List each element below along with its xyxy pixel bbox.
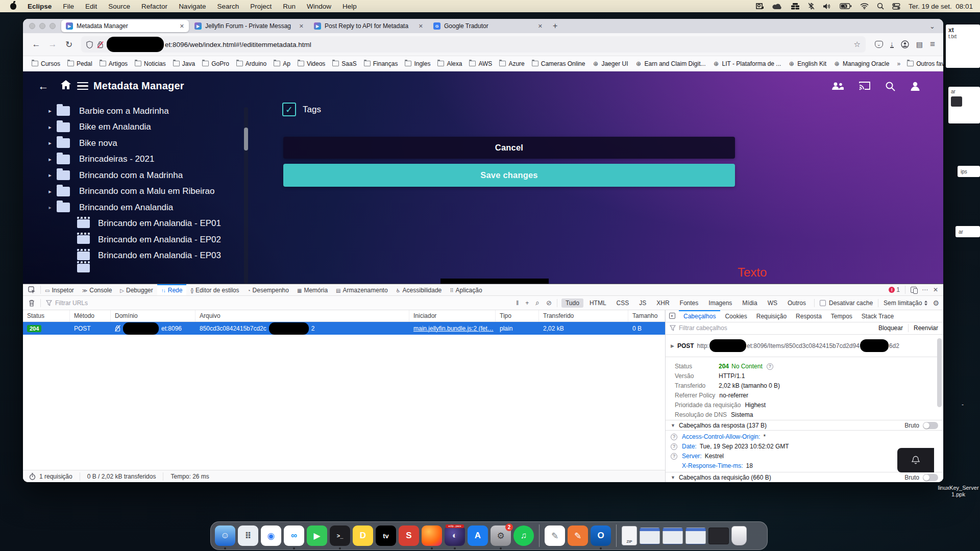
column-header[interactable]: Arquivo [195, 310, 409, 321]
devtools-tab[interactable]: ▦ Memória [293, 284, 332, 295]
zoom-window-button[interactable] [50, 23, 56, 29]
dock-item[interactable]: A [468, 525, 488, 546]
hamburger-menu-icon[interactable] [77, 80, 88, 92]
column-header[interactable]: Iniciador [409, 310, 496, 321]
response-headers-section[interactable]: ▼ Cabeçalhos da resposta (137 B) Bruto [666, 420, 943, 431]
section-caret-icon[interactable]: ▼ [671, 423, 675, 428]
help-icon[interactable]: ? [671, 443, 677, 450]
dock-item[interactable]: D [353, 525, 373, 546]
menubar-item[interactable]: Project [250, 3, 272, 10]
request-type-filter[interactable]: CSS [612, 298, 633, 308]
bookmark-item-other-favorites[interactable]: Outros favoritos [904, 59, 943, 69]
dock-item[interactable] [663, 528, 683, 544]
bookmark-item[interactable]: ⊕ LIT - Plataforma de ... [710, 59, 784, 69]
app-menu-icon[interactable]: ≡ [930, 39, 935, 49]
devtools-tab[interactable]: {} Editor de estilos [186, 284, 243, 295]
block-requests-icon[interactable]: ⊘ [546, 299, 552, 307]
resend-button[interactable]: Reenviar [908, 324, 943, 332]
bookmark-item[interactable]: Cursos [29, 59, 63, 69]
request-type-filter[interactable]: Outros [783, 298, 810, 308]
network-settings-gear-icon[interactable]: ⚙ [933, 299, 943, 307]
help-icon[interactable]: ? [671, 434, 677, 440]
header-row[interactable]: ? Access-Control-Allow-Origin: * [666, 432, 943, 442]
dock-item[interactable]: ◉ [261, 525, 281, 546]
tree-caret-icon[interactable]: ▸ [43, 172, 57, 179]
filter-urls-input[interactable] [55, 299, 173, 307]
spotlight-search-icon[interactable] [877, 3, 884, 10]
onedrive-icon[interactable] [772, 3, 782, 10]
bookmark-item[interactable]: Alexa [435, 59, 464, 69]
insecure-lock-icon[interactable] [97, 41, 104, 48]
details-tab[interactable]: Stack Trace [857, 310, 898, 322]
dock-item[interactable]: ✎ [545, 525, 565, 546]
bookmark-item[interactable]: ⊕ English Kit [786, 59, 829, 69]
window-controls[interactable] [29, 23, 56, 29]
menubar-item[interactable]: Help [342, 3, 357, 10]
control-center-icon[interactable] [892, 3, 900, 10]
tree-scrollbar[interactable] [244, 107, 248, 284]
tree-folder-item[interactable]: ▸ Bike em Analandia [23, 119, 248, 136]
initiator-link[interactable]: main.jellyfin.bundle.js:2 (fet… [413, 325, 494, 332]
tree-folder-item[interactable]: ▸ Brincando em Analandia [23, 199, 248, 216]
disable-cache-control[interactable]: Desativar cache [815, 299, 878, 307]
bookmark-star-icon[interactable]: ☆ [853, 40, 860, 49]
tree-folder-item[interactable]: ▸ Brincadeiras - 2021 [23, 152, 248, 168]
volume-icon[interactable] [823, 3, 831, 10]
new-request-icon[interactable]: + [525, 299, 529, 307]
details-tab[interactable]: Tempos [826, 310, 857, 322]
clear-requests-icon[interactable] [23, 299, 40, 307]
dock-item[interactable] [708, 528, 729, 544]
column-header[interactable]: Status [23, 310, 70, 321]
help-icon[interactable]: ? [671, 453, 677, 460]
tree-caret-icon[interactable]: ▸ [43, 156, 57, 163]
bookmark-item[interactable]: Pedal [65, 59, 95, 69]
close-window-button[interactable] [29, 23, 35, 29]
user-avatar-icon[interactable] [910, 81, 921, 91]
request-type-filter[interactable]: Mídia [738, 298, 761, 308]
devtools-menu-icon[interactable]: ⋯ [922, 286, 928, 293]
tray-app-icon[interactable] [756, 3, 764, 10]
expand-caret-icon[interactable]: ▶ [671, 343, 674, 348]
error-count-badge[interactable]: ! 1 [889, 286, 900, 293]
devtools-tab[interactable]: ▭ Inspetor [41, 284, 78, 295]
dock-item[interactable]: ♫ [513, 525, 534, 546]
cast-icon[interactable] [859, 81, 871, 91]
bluetooth-off-icon[interactable] [808, 3, 815, 10]
sidebar-icon[interactable]: ▤ [916, 40, 923, 48]
browser-tab[interactable]: ▶ Jellyfin Forum - Private Messag ✕ [190, 20, 308, 32]
bookmark-item[interactable]: Arduino [234, 59, 269, 69]
devtools-tab[interactable]: ↑↓ Rede [157, 284, 187, 295]
menubar-item[interactable]: Navigate [179, 3, 206, 10]
bookmark-item[interactable]: Videos [295, 59, 328, 69]
bookmark-item[interactable]: Java [170, 59, 198, 69]
devtools-tab[interactable]: ▷ Debugger [116, 284, 157, 295]
tab-close-icon[interactable]: ✕ [178, 23, 184, 30]
tree-caret-icon[interactable]: ▸ [43, 108, 57, 114]
browser-tab[interactable]: G Google Tradutor ✕ [429, 20, 547, 32]
devtools-close-icon[interactable]: ✕ [933, 286, 938, 293]
request-type-filter[interactable]: Imagens [704, 298, 736, 308]
reload-button[interactable]: ↻ [61, 39, 77, 50]
bookmark-item[interactable]: ⊕ Managing Oracle [831, 59, 892, 69]
shield-icon[interactable] [86, 41, 93, 48]
bookmark-item[interactable]: Azure [497, 59, 527, 69]
bookmark-item[interactable]: AWS [467, 59, 495, 69]
dock-item[interactable]: ▶ [307, 525, 327, 546]
bookmark-item[interactable]: Noticias [132, 59, 168, 69]
dock-item[interactable]: ✎ [568, 525, 588, 546]
pick-element-icon[interactable] [23, 286, 40, 294]
menubar-clock[interactable]: Ter. 19 de set. 08:01 [909, 3, 973, 10]
request-type-filter[interactable]: XHR [652, 298, 673, 308]
responsive-design-icon[interactable] [911, 287, 917, 293]
request-headers-section[interactable]: ▼ Cabeçalhos da requisição (660 B) Bruto [666, 472, 943, 482]
split-panel-icon[interactable]: ▸ [666, 310, 679, 322]
tree-folder-item[interactable]: ▸ Brincando com a Madrinha [23, 167, 248, 184]
tree-episode-item[interactable]: Brincando em Analandia - EP02 [23, 232, 248, 248]
dock-item[interactable] [731, 526, 747, 545]
details-tab[interactable]: Cabeçalhos [679, 310, 720, 322]
details-scrollbar-thumb[interactable] [937, 338, 942, 407]
desktop-file-label[interactable]: linuxKey_Server1.ppk [937, 485, 980, 498]
forward-button[interactable]: → [44, 39, 61, 49]
search-icon[interactable] [885, 81, 895, 91]
dock-item[interactable] [616, 524, 617, 547]
